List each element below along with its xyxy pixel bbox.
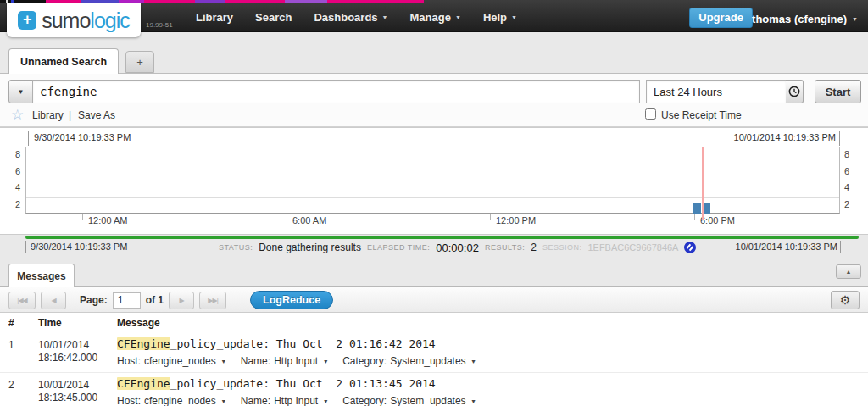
status-left-tick (25, 241, 26, 253)
y-tick-left: 2 (7, 199, 20, 209)
caret-down-icon: ▾ (472, 358, 476, 365)
first-page-button[interactable]: |◀◀ (8, 292, 36, 309)
gridline (26, 164, 839, 164)
sumologic-logo[interactable]: + sumologic (7, 3, 141, 37)
logreduce-button[interactable]: LogReduce (250, 291, 333, 309)
messages-section: Messages ▲ |◀◀ ◀ Page: of 1 ▶ ▶▶| LogRed… (0, 261, 868, 406)
session-id: 1EFBAC6C9667846A (587, 242, 678, 253)
next-page-button[interactable]: ▶ (169, 292, 194, 309)
row-number: 1 (8, 339, 14, 351)
column-header-time: Time (38, 317, 62, 329)
status-value: Done gathering results (259, 242, 361, 253)
search-panel: ▼ Start ☆ Library | Save As Use Receipt … (0, 73, 868, 127)
logo-plus-icon: + (18, 11, 36, 30)
table-row[interactable]: 2 10/01/201418:13:45.000 CFEngine_policy… (0, 372, 868, 406)
caret-down-icon: ▼ (511, 14, 517, 20)
table-row[interactable]: 1 10/01/201418:16:42.000 CFEngine_policy… (0, 333, 868, 372)
collapse-up-icon: ▲ (846, 269, 852, 275)
favorite-star-icon[interactable]: ☆ (11, 106, 24, 124)
histogram-plot-area[interactable] (25, 147, 840, 214)
caret-down-icon: ▾ (222, 398, 225, 405)
page-label: Page: (80, 294, 108, 306)
main-nav: Library Search Dashboards▼ Manage▼ Help▼ (196, 0, 517, 32)
clock-icon (788, 86, 800, 97)
name-field[interactable]: Name:Http Input▾ (241, 395, 327, 406)
elapsed-time-value: 00:00:02 (436, 242, 479, 254)
nav-help[interactable]: Help▼ (483, 11, 517, 24)
user-name: thomas (cfengine) (752, 13, 847, 25)
y-tick-left: 6 (7, 166, 20, 176)
time-picker-button[interactable] (786, 80, 804, 103)
status-bar: STATUS: Done gathering results ELAPSED T… (219, 240, 696, 255)
page-of-label: of 1 (146, 294, 164, 306)
elapsed-time-label: ELAPSED TIME: (367, 243, 430, 252)
x-tick-label: 12:00 PM (496, 215, 536, 225)
histogram-bar[interactable] (693, 203, 701, 214)
search-term-highlight: CFEngine (117, 377, 170, 390)
nav-dashboards[interactable]: Dashboards▼ (314, 11, 387, 24)
gridline (26, 181, 839, 181)
settings-button[interactable]: ⚙ (831, 291, 860, 309)
message-metadata: Host:cfengine_nodes▾ Name:Http Input▾ Ca… (117, 395, 476, 406)
chart-right-edge-tick (839, 131, 840, 146)
x-tick-mark (490, 214, 491, 220)
x-tick-mark (287, 214, 287, 220)
column-header-num: # (8, 317, 14, 329)
use-receipt-time-checkbox[interactable] (645, 108, 656, 120)
x-tick-label: 12:00 AM (88, 215, 127, 225)
pause-session-icon[interactable] (682, 239, 699, 256)
caret-down-icon: ▼ (455, 14, 461, 20)
y-tick-right: 2 (844, 199, 858, 209)
y-tick-right: 8 (844, 149, 858, 159)
log-message: CFEngine_policy_update: Thu Oct 2 01:16:… (117, 337, 436, 350)
caret-down-icon: ▾ (324, 358, 327, 365)
query-history-dropdown-button[interactable]: ▼ (8, 80, 33, 103)
row-time: 10/01/201418:13:45.000 (38, 379, 97, 404)
column-header-message: Message (117, 317, 160, 329)
y-tick-right: 4 (844, 182, 858, 192)
gridline (26, 197, 839, 198)
nav-manage[interactable]: Manage▼ (410, 11, 461, 24)
last-page-button[interactable]: ▶▶| (199, 292, 226, 309)
results-count: 2 (531, 242, 537, 253)
previous-page-button[interactable]: ◀ (41, 292, 66, 309)
search-query-input[interactable] (32, 80, 640, 103)
x-tick-label: 6:00 PM (700, 215, 735, 225)
collapse-panel-button[interactable]: ▲ (836, 264, 861, 279)
user-account-menu[interactable]: thomas (cfengine) ▼ (752, 11, 858, 25)
results-histogram: 9/30/2014 10:19:33 PM 10/01/2014 10:19:3… (0, 127, 868, 235)
caret-down-icon: ▾ (222, 358, 225, 365)
pagination-controls: |◀◀ ◀ Page: of 1 ▶ ▶▶| LogReduce (8, 291, 333, 309)
status-right-tick (840, 241, 841, 253)
tab-messages[interactable]: Messages (8, 264, 75, 287)
last-page-icon: ▶▶| (208, 297, 217, 304)
y-tick-right: 6 (844, 166, 858, 176)
page-number-input[interactable] (113, 292, 141, 309)
upgrade-button[interactable]: Upgrade (689, 8, 753, 28)
messages-table-header: # Time Message (0, 314, 868, 331)
message-metadata: Host:cfengine_nodes▾ Name:Http Input▾ Ca… (117, 355, 476, 367)
category-field[interactable]: Category:System_updates▾ (342, 395, 475, 406)
caret-down-icon: ▾ (324, 398, 327, 405)
save-as-link[interactable]: Save As (78, 109, 115, 121)
library-link[interactable]: Library (32, 109, 64, 121)
nav-search[interactable]: Search (255, 11, 292, 24)
y-tick-left: 4 (7, 182, 20, 192)
host-field[interactable]: Host:cfengine_nodes▾ (117, 395, 225, 406)
first-page-icon: |◀◀ (17, 297, 26, 304)
log-message: CFEngine_policy_update: Thu Oct 2 01:13:… (117, 377, 436, 390)
use-receipt-time-label: Use Receipt Time (661, 109, 742, 121)
add-tab-button[interactable]: + (125, 51, 154, 73)
start-search-button[interactable]: Start (815, 80, 861, 103)
logo-text-sumo: sumo (42, 8, 90, 32)
version-label: 19.99-51 (146, 21, 173, 29)
time-range-input[interactable] (646, 80, 787, 103)
session-label: SESSION: (542, 243, 582, 252)
tab-unnamed-search[interactable]: Unnamed Search (8, 48, 119, 74)
host-field[interactable]: Host:cfengine_nodes▾ (117, 355, 225, 367)
name-field[interactable]: Name:Http Input▾ (241, 355, 327, 367)
x-tick-mark (694, 214, 695, 220)
time-cursor-line (702, 147, 704, 220)
nav-library[interactable]: Library (196, 11, 233, 24)
category-field[interactable]: Category:System_updates▾ (342, 355, 475, 367)
